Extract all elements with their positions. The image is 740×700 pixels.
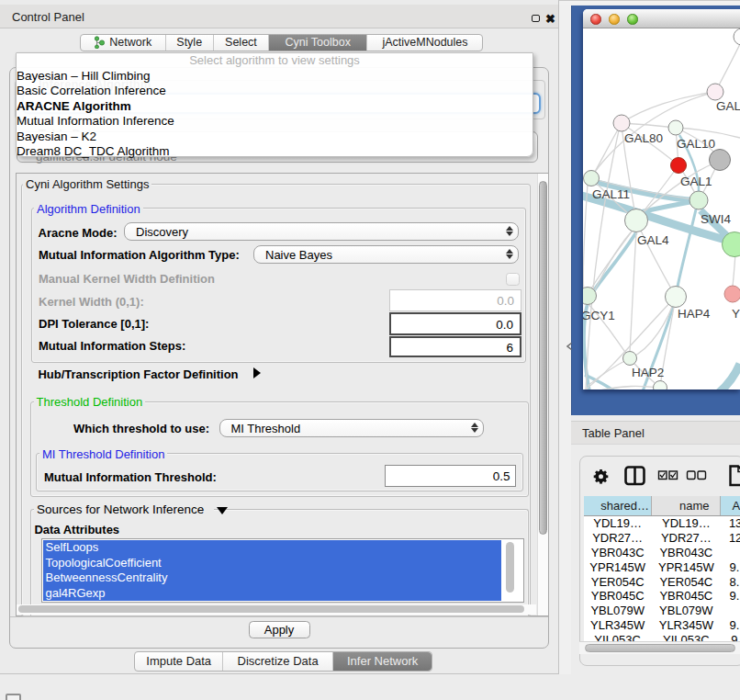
svg-text:HAP2: HAP2 bbox=[632, 366, 664, 379]
svg-text:GAL10: GAL10 bbox=[677, 137, 715, 151]
svg-text:GAL7: GAL7 bbox=[716, 99, 740, 113]
svg-text:GAL11: GAL11 bbox=[592, 187, 630, 201]
svg-text:GCY1: GCY1 bbox=[583, 309, 615, 322]
svg-text:Y: Y bbox=[732, 307, 740, 321]
svg-text:GAL1: GAL1 bbox=[680, 175, 712, 188]
svg-text:GAL80: GAL80 bbox=[624, 131, 663, 145]
svg-text:SWI4: SWI4 bbox=[701, 212, 731, 226]
svg-text:HAP4: HAP4 bbox=[678, 307, 711, 321]
svg-text:GAL4: GAL4 bbox=[637, 233, 669, 247]
